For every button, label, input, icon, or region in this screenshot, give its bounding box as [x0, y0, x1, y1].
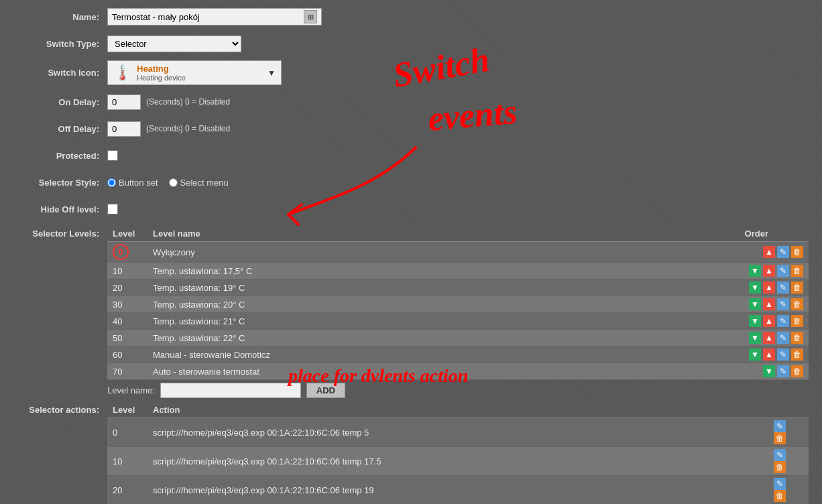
order-down-button[interactable]: ▼ [749, 265, 761, 277]
delete-action-button[interactable]: 🗑 [774, 490, 786, 502]
order-down-button[interactable]: ▼ [749, 281, 761, 294]
hide-off-checkbox[interactable] [107, 204, 118, 214]
level-name-cell: Manual - sterowanie Domoticz [148, 346, 701, 363]
button-set-label: Button set [119, 178, 158, 188]
level-name-cell: Temp. ustawiona: 20° C [148, 296, 701, 313]
level-order-cell: ▲✎🗑 [701, 242, 809, 263]
heating-icon: 🌡️ [113, 64, 131, 82]
action-level-cell: 0 [107, 418, 148, 447]
order-buttons: ▼▲✎🗑 [707, 349, 803, 361]
actions-table-wrapper: Level Action 0script:///home/pi/eq3/eq3.… [107, 402, 809, 504]
order-buttons: ▼▲✎🗑 [707, 265, 803, 277]
name-edit-icon[interactable]: ⊞ [304, 10, 317, 23]
order-up-button[interactable]: ▲ [763, 315, 775, 327]
edit-level-button[interactable]: ✎ [777, 246, 789, 258]
protected-checkbox[interactable] [107, 150, 118, 161]
levels-table-row: 0Wyłączony▲✎🗑 [107, 242, 809, 263]
select-menu-radio[interactable] [169, 178, 178, 187]
add-level-button[interactable]: ADD [306, 383, 345, 398]
level-order-cell: ▼▲✎🗑 [701, 296, 809, 313]
level-number-cell: 20 [107, 279, 148, 296]
edit-action-button[interactable]: ✎ [774, 449, 786, 461]
switch-type-select[interactable]: Selector On/Off Dimmer Blinds [107, 36, 241, 52]
button-set-option[interactable]: Button set [107, 178, 158, 188]
order-buttons: ▼▲✎🗑 [707, 315, 803, 327]
delete-level-button[interactable]: 🗑 [791, 246, 803, 258]
select-menu-option[interactable]: Select menu [169, 178, 229, 188]
off-delay-hint: (Seconds) 0 = Disabled [146, 124, 230, 133]
level-name-row: Level name: ADD [107, 383, 809, 398]
delete-level-button[interactable]: 🗑 [791, 332, 803, 344]
levels-table-row: 10Temp. ustawiona: 17,5° C▼▲✎🗑 [107, 263, 809, 279]
delete-level-button[interactable]: 🗑 [791, 281, 803, 294]
levels-table-row: 30Temp. ustawiona: 20° C▼▲✎🗑 [107, 296, 809, 313]
order-up-button[interactable]: ▲ [763, 349, 775, 361]
order-down-button[interactable]: ▼ [749, 315, 761, 327]
delete-level-button[interactable]: 🗑 [791, 298, 803, 310]
order-down-button[interactable]: ▼ [749, 298, 761, 310]
level-order-cell: ▼▲✎🗑 [701, 313, 809, 330]
delete-action-button[interactable]: 🗑 [774, 461, 786, 473]
delete-action-button[interactable]: 🗑 [774, 432, 786, 444]
selector-actions-label: Selector actions: [13, 402, 107, 415]
order-down-button[interactable]: ▼ [749, 349, 761, 361]
action-script-cell: script:///home/pi/eq3/eq3.exp 00:1A:22:1… [148, 476, 768, 505]
levels-table-row: 60Manual - sterowanie Domoticz▼▲✎🗑 [107, 346, 809, 363]
zero-level-circle: 0 [113, 244, 129, 260]
action-script-cell: script:///home/pi/eq3/eq3.exp 00:1A:22:1… [148, 447, 768, 476]
order-up-button[interactable]: ▲ [763, 281, 775, 294]
actions-table-row: 10script:///home/pi/eq3/eq3.exp 00:1A:22… [107, 447, 809, 476]
on-delay-input[interactable] [107, 94, 141, 110]
actions-col-action-header: Action [148, 402, 768, 418]
order-down-button[interactable]: ▼ [749, 332, 761, 344]
name-input[interactable] [112, 12, 304, 22]
level-name-cell: Temp. ustawiona: 22° C [148, 330, 701, 346]
col-name-header: Level name [148, 226, 701, 242]
order-up-button[interactable]: ▲ [763, 332, 775, 344]
protected-label: Protected: [13, 151, 107, 161]
level-number-cell: 10 [107, 263, 148, 279]
edit-level-button[interactable]: ✎ [777, 281, 789, 294]
action-level-cell: 10 [107, 447, 148, 476]
level-number-cell: 0 [107, 242, 148, 263]
off-delay-input[interactable] [107, 121, 141, 137]
switch-icon-selector[interactable]: 🌡️ Heating Heating device ▼ [107, 60, 282, 85]
level-number-cell: 70 [107, 363, 148, 380]
order-down-button[interactable]: ▼ [763, 365, 775, 377]
level-name-cell: Auto - sterowanie termostat [148, 363, 701, 380]
delete-level-button[interactable]: 🗑 [791, 365, 803, 377]
delete-level-button[interactable]: 🗑 [791, 315, 803, 327]
edit-level-button[interactable]: ✎ [777, 315, 789, 327]
level-name-cell: Temp. ustawiona: 17,5° C [148, 263, 701, 279]
level-number-cell: 40 [107, 313, 148, 330]
level-name-input[interactable] [160, 383, 301, 398]
order-up-button[interactable]: ▲ [763, 298, 775, 310]
edit-action-button[interactable]: ✎ [774, 420, 786, 432]
edit-level-button[interactable]: ✎ [777, 365, 789, 377]
edit-level-button[interactable]: ✎ [777, 349, 789, 361]
edit-level-button[interactable]: ✎ [777, 298, 789, 310]
switch-icon-text: Heating Heating device [137, 64, 186, 82]
order-buttons: ▼▲✎🗑 [707, 298, 803, 310]
order-buttons: ▼▲✎🗑 [707, 332, 803, 344]
delete-level-button[interactable]: 🗑 [791, 265, 803, 277]
edit-level-button[interactable]: ✎ [777, 265, 789, 277]
action-level-cell: 20 [107, 476, 148, 505]
level-order-cell: ▼✎🗑 [701, 363, 809, 380]
edit-action-button[interactable]: ✎ [774, 478, 786, 490]
level-number-cell: 60 [107, 346, 148, 363]
selector-style-group: Button set Select menu [107, 178, 229, 188]
levels-table-row: 70Auto - sterowanie termostat▼✎🗑 [107, 363, 809, 380]
levels-table-row: 20Temp. ustawiona: 19° C▼▲✎🗑 [107, 279, 809, 296]
delete-level-button[interactable]: 🗑 [791, 349, 803, 361]
level-name-cell: Temp. ustawiona: 21° C [148, 313, 701, 330]
order-up-button[interactable]: ▲ [763, 246, 775, 258]
level-order-cell: ▼▲✎🗑 [701, 330, 809, 346]
edit-level-button[interactable]: ✎ [777, 332, 789, 344]
level-number-cell: 30 [107, 296, 148, 313]
button-set-radio[interactable] [107, 178, 116, 187]
level-order-cell: ▼▲✎🗑 [701, 263, 809, 279]
order-up-button[interactable]: ▲ [763, 265, 775, 277]
switch-icon-arrow: ▼ [268, 68, 276, 78]
level-name-label: Level name: [107, 385, 155, 395]
